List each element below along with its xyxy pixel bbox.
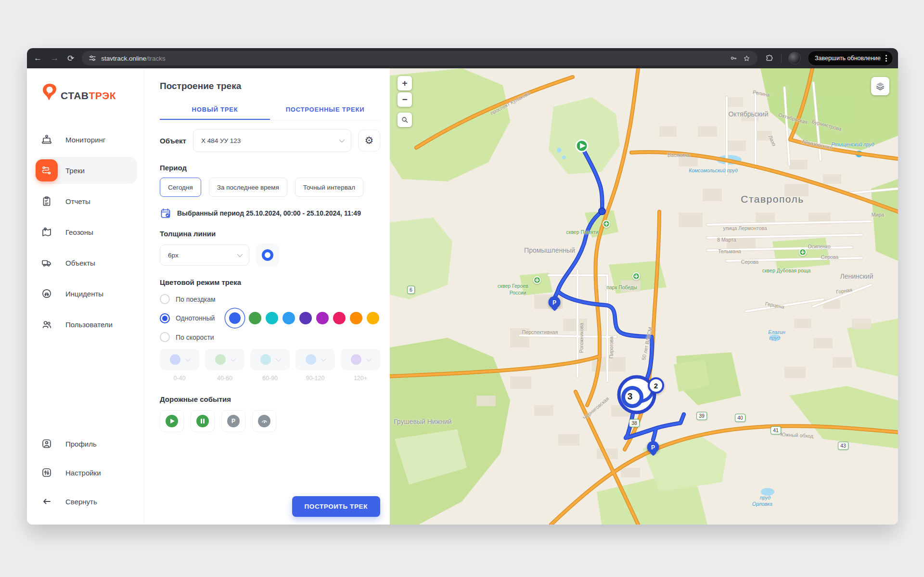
color-mode-section: Цветовой режим трека По поездкам Однотон… <box>160 278 380 382</box>
forward-icon[interactable]: → <box>51 53 59 63</box>
speed-color-dot <box>260 354 271 365</box>
period-option-button[interactable]: За последнее время <box>209 178 287 197</box>
sidebar-item-label: Свернуть <box>65 498 97 506</box>
mode-by-trips[interactable]: По поездкам <box>160 294 380 304</box>
parking-marker-south[interactable]: P <box>647 441 659 453</box>
extensions-icon[interactable] <box>765 54 774 63</box>
parking-marker-west[interactable]: P <box>549 296 561 308</box>
track-color-swatch[interactable] <box>333 312 346 324</box>
speed-range: 60-90 <box>250 349 290 382</box>
radio-icon[interactable] <box>160 294 170 304</box>
thickness-preview[interactable] <box>256 244 279 267</box>
mode-by-speed[interactable]: По скорости <box>160 332 380 342</box>
stavtrack-logo-icon <box>41 83 58 102</box>
sidebar-item-settings[interactable]: Настройки <box>36 459 137 486</box>
gear-icon: ⚙ <box>365 135 374 146</box>
thickness-select[interactable]: 6px <box>160 244 249 266</box>
reports-icon <box>36 190 58 212</box>
sidebar-item-label: Отчеты <box>65 197 90 205</box>
thickness-value: 6px <box>168 252 179 259</box>
tracks-icon <box>36 159 58 181</box>
speed-ranges: 0-40 40-60 <box>160 349 380 382</box>
browser-menu-icon[interactable] <box>886 55 887 62</box>
chevron-down-icon <box>321 356 326 361</box>
track-color-swatch[interactable] <box>249 312 261 324</box>
speed-range-select[interactable] <box>250 349 290 370</box>
via-marker[interactable]: 2 <box>648 377 664 394</box>
sidebar-item-label: Пользователи <box>65 321 113 329</box>
period-option-button[interactable]: Точный интервал <box>295 178 363 197</box>
site-settings-icon[interactable] <box>89 54 96 62</box>
speed-range-select[interactable] <box>295 349 335 370</box>
line-preview-icon <box>262 249 273 261</box>
profile-avatar[interactable] <box>788 52 801 64</box>
event-stop-button[interactable] <box>191 410 215 432</box>
reload-icon[interactable]: ⟳ <box>67 53 74 64</box>
finish-marker-label[interactable]: 3 <box>628 391 633 402</box>
finish-update-button[interactable]: Завершить обновление <box>808 51 893 66</box>
speed-range-select[interactable] <box>160 349 199 370</box>
sidebar-item-profile[interactable]: Профиль <box>36 430 137 457</box>
map-canvas[interactable]: СтавропольОктябрьскийПромышленныйЛенинск… <box>390 68 898 525</box>
play-icon <box>166 415 178 427</box>
speed-range: 120+ <box>341 349 380 382</box>
tab-new-track[interactable]: НОВЫЙ ТРЕК <box>160 102 270 120</box>
speed-range: 0-40 <box>160 349 199 382</box>
map-layers-button[interactable] <box>871 77 889 95</box>
track-color-swatch[interactable] <box>350 312 362 324</box>
speed-range-select[interactable] <box>341 349 380 370</box>
sidebar: СТАВТРЭК Мониторинг <box>27 68 144 525</box>
browser-toolbar: ← → ⟳ stavtrack.online/tracks <box>27 48 898 68</box>
parking-icon: P <box>227 415 240 427</box>
track-color-swatch[interactable] <box>266 312 278 324</box>
speed-color-dot <box>351 354 361 365</box>
zoom-in-button[interactable]: + <box>398 76 412 90</box>
map-search-button[interactable] <box>398 113 412 127</box>
back-icon[interactable]: ← <box>34 53 42 63</box>
sidebar-item-label: Треки <box>65 167 85 175</box>
period-option-button[interactable]: Сегодня <box>160 178 201 197</box>
zoom-out-button[interactable]: − <box>398 92 412 107</box>
selected-period-row: Выбранный период 25.10.2024, 00:00 - 25.… <box>160 207 380 219</box>
track-color-swatch[interactable] <box>229 312 241 324</box>
speed-range: 90-120 <box>295 349 335 382</box>
sidebar-item-objects[interactable]: Объекты <box>36 249 137 276</box>
track-builder-panel: Построение трека НОВЫЙ ТРЕК ПОСТРОЕННЫЕ … <box>144 68 390 525</box>
sidebar-item-monitoring[interactable]: Мониторинг <box>36 126 137 153</box>
track-color-swatch[interactable] <box>282 312 295 324</box>
address-bar[interactable]: stavtrack.online/tracks <box>82 51 757 65</box>
object-select[interactable]: X 484 УУ 123 <box>193 129 351 152</box>
toolbar-separator <box>781 54 782 63</box>
track-color-swatch[interactable] <box>316 312 329 324</box>
track-color-swatch[interactable] <box>299 312 312 324</box>
mode-single-color[interactable]: Однотонный <box>160 312 380 324</box>
sidebar-nav: Мониторинг Треки <box>27 126 144 338</box>
speed-range-label: 0-40 <box>173 375 185 382</box>
period-section: Период СегодняЗа последнее времяТочный и… <box>160 164 380 197</box>
sidebar-collapse-button[interactable]: Свернуть <box>36 488 137 515</box>
event-parking-button[interactable]: P <box>221 410 245 432</box>
events-label: Дорожные события <box>160 395 380 403</box>
sidebar-item-reports[interactable]: Отчеты <box>36 188 137 215</box>
users-icon <box>36 313 58 335</box>
sidebar-item-geozones[interactable]: Геозоны <box>36 218 137 245</box>
build-track-button[interactable]: ПОСТРОИТЬ ТРЕК <box>292 496 381 517</box>
track-color-swatch[interactable] <box>367 312 379 324</box>
browser-actions: Завершить обновление <box>765 51 893 66</box>
sidebar-item-label: Объекты <box>65 259 95 267</box>
object-label: Объект <box>160 137 186 145</box>
event-speeding-button[interactable] <box>252 410 276 432</box>
speed-range-select[interactable] <box>205 349 244 370</box>
object-settings-button[interactable]: ⚙ <box>358 129 380 152</box>
sidebar-item-users[interactable]: Пользователи <box>36 311 137 338</box>
event-start-button[interactable] <box>160 410 184 432</box>
radio-icon[interactable] <box>160 332 170 342</box>
radio-icon[interactable] <box>160 313 170 323</box>
chevron-down-icon <box>237 252 243 257</box>
tab-built-tracks[interactable]: ПОСТРОЕННЫЕ ТРЕКИ <box>270 102 380 120</box>
password-key-icon[interactable] <box>730 54 738 63</box>
sidebar-item-tracks[interactable]: Треки <box>36 157 137 184</box>
incidents-icon <box>36 282 58 305</box>
sidebar-item-incidents[interactable]: Инциденты <box>36 280 137 307</box>
bookmark-star-icon[interactable] <box>743 54 751 63</box>
